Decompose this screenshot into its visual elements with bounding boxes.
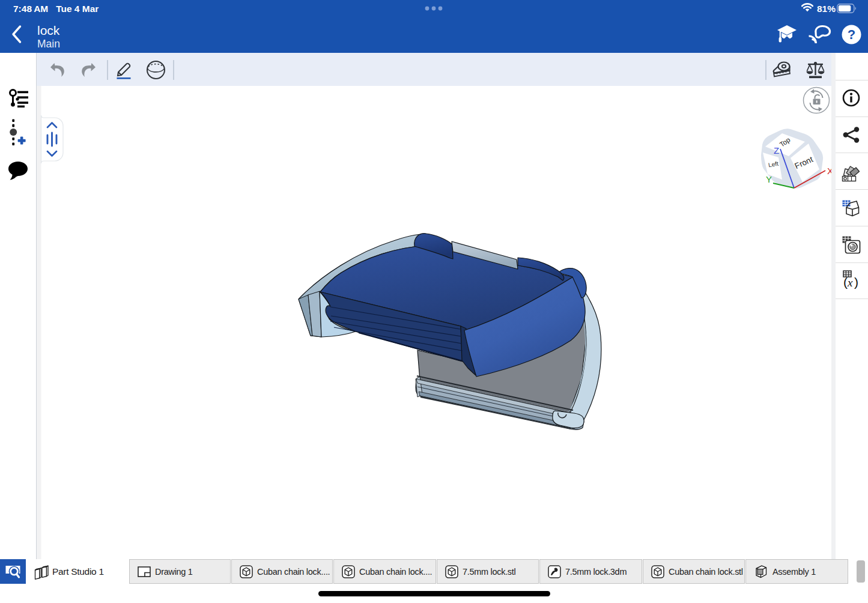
svg-text:x: x <box>847 276 853 289</box>
svg-text:?: ? <box>848 27 855 42</box>
svg-text:Y: Y <box>766 174 772 184</box>
svg-text:): ) <box>854 275 858 289</box>
svg-text:Z: Z <box>774 145 779 156</box>
svg-text:(: ( <box>843 275 848 289</box>
